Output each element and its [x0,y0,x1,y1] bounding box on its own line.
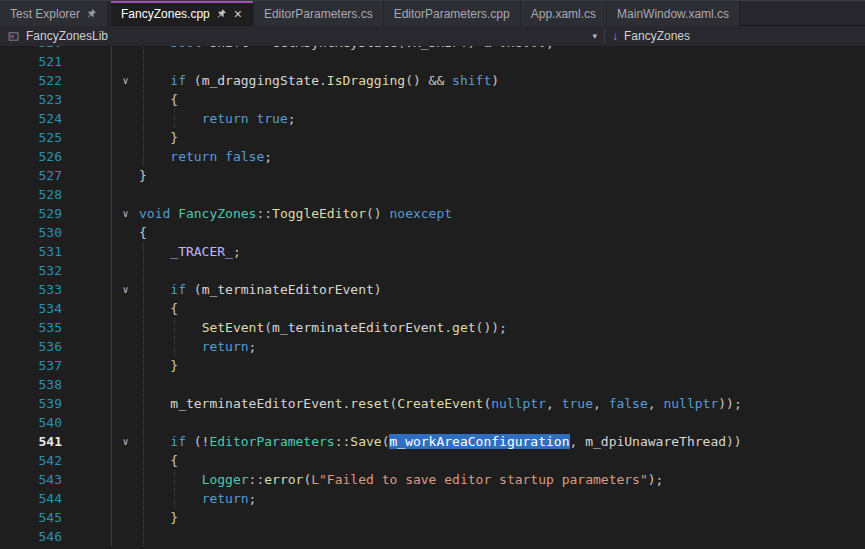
glyph-margin[interactable] [62,413,112,432]
line-number[interactable]: 539 [0,394,62,413]
glyph-margin[interactable] [62,470,112,489]
glyph-margin[interactable] [62,375,112,394]
line-number[interactable]: 528 [0,185,62,204]
glyph-margin[interactable] [62,90,112,109]
line-number[interactable]: 546 [0,527,62,546]
line-number[interactable]: 541 [0,432,62,451]
fold-chevron-icon[interactable]: ∨ [112,432,139,451]
code-text[interactable]: if (m_draggingState.IsDragging() && shif… [139,71,865,90]
glyph-margin[interactable] [62,451,112,470]
glyph-margin[interactable] [62,204,112,223]
tab-test-explorer[interactable]: Test Explorer [0,1,108,26]
glyph-margin[interactable] [62,147,112,166]
code-text[interactable] [139,185,865,204]
glyph-margin[interactable] [62,128,112,147]
pin-icon[interactable] [86,8,97,19]
glyph-margin[interactable] [62,166,112,185]
project-dropdown[interactable]: FancyZonesLib ▾ [0,26,604,46]
line-number[interactable]: 540 [0,413,62,432]
tab-mainwindow-xaml-cs[interactable]: MainWindow.xaml.cs [607,1,740,26]
code-text[interactable]: return; [139,489,865,508]
code-text[interactable]: { [139,451,865,470]
line-number[interactable]: 523 [0,90,62,109]
line-number[interactable]: 521 [0,52,62,71]
code-text[interactable]: return; [139,337,865,356]
code-text[interactable] [139,375,865,394]
code-text[interactable] [139,261,865,280]
line-number[interactable]: 536 [0,337,62,356]
line-number[interactable]: 535 [0,318,62,337]
line-number[interactable]: 542 [0,451,62,470]
code-text[interactable]: return false; [139,147,865,166]
line-number[interactable]: 543 [0,470,62,489]
line-number[interactable]: 538 [0,375,62,394]
tab-editorparameters-cs[interactable]: EditorParameters.cs [254,1,384,26]
close-icon[interactable]: × [233,7,243,21]
glyph-margin[interactable] [62,52,112,71]
glyph-margin[interactable] [62,71,112,90]
member-dropdown[interactable]: ↓ FancyZones [605,26,697,46]
tab-fancyzones-cpp[interactable]: FancyZones.cpp× [111,1,254,26]
pin-icon[interactable] [216,8,227,19]
token: ; [264,149,272,164]
glyph-margin[interactable] [62,394,112,413]
code-text[interactable]: m_terminateEditorEvent.reset(CreateEvent… [139,394,865,413]
code-editor[interactable]: 520 bool shift = GetAsyncKeyState(VK_SHI… [0,46,865,549]
line-number[interactable]: 522 [0,71,62,90]
glyph-margin[interactable] [62,356,112,375]
code-text[interactable]: } [139,508,865,527]
code-text[interactable]: void FancyZones::ToggleEditor() noexcept [139,204,865,223]
glyph-margin[interactable] [62,318,112,337]
tab-app-xaml-cs[interactable]: App.xaml.cs [521,1,607,26]
glyph-margin[interactable] [62,432,112,451]
line-number[interactable]: 545 [0,508,62,527]
line-number[interactable]: 526 [0,147,62,166]
code-text[interactable] [139,527,865,546]
line-number[interactable]: 532 [0,261,62,280]
code-text[interactable]: } [139,356,865,375]
code-text[interactable]: _TRACER_; [139,242,865,261]
line-number[interactable]: 529 [0,204,62,223]
glyph-margin[interactable] [62,527,112,546]
glyph-margin[interactable] [62,508,112,527]
glyph-margin[interactable] [62,261,112,280]
glyph-margin[interactable] [62,185,112,204]
code-text[interactable]: if (!EditorParameters::Save(m_workAreaCo… [139,432,865,451]
line-number[interactable]: 527 [0,166,62,185]
line-number[interactable]: 544 [0,489,62,508]
code-text[interactable]: } [139,128,865,147]
code-text[interactable]: Logger::error(L"Failed to save editor st… [139,470,865,489]
glyph-margin[interactable] [62,223,112,242]
editor-window: Test ExplorerFancyZones.cpp×EditorParame… [0,0,865,549]
line-number[interactable]: 534 [0,299,62,318]
glyph-margin[interactable] [62,242,112,261]
line-number[interactable]: 531 [0,242,62,261]
code-text[interactable]: } [139,166,865,185]
fold-chevron-icon[interactable]: ∨ [112,204,139,223]
code-text[interactable]: { [139,223,865,242]
glyph-margin[interactable] [62,337,112,356]
line-number[interactable]: 524 [0,109,62,128]
glyph-margin[interactable] [62,280,112,299]
tab-editorparameters-cpp[interactable]: EditorParameters.cpp [384,1,521,26]
fold-chevron-icon[interactable]: ∨ [112,280,139,299]
token: return [202,111,249,126]
line-number[interactable]: 530 [0,223,62,242]
indent-guide [143,432,144,451]
glyph-margin[interactable] [62,299,112,318]
code-text[interactable] [139,413,865,432]
code-text[interactable]: SetEvent(m_terminateEditorEvent.get()); [139,318,865,337]
code-text[interactable]: { [139,90,865,109]
code-text[interactable] [139,52,865,71]
project-name: FancyZonesLib [26,29,108,43]
line-number[interactable]: 537 [0,356,62,375]
glyph-margin[interactable] [62,109,112,128]
code-text[interactable]: if (m_terminateEditorEvent) [139,280,865,299]
code-text[interactable]: return true; [139,109,865,128]
glyph-margin[interactable] [62,489,112,508]
code-line: 543 Logger::error(L"Failed to save edito… [0,470,865,489]
line-number[interactable]: 533 [0,280,62,299]
line-number[interactable]: 525 [0,128,62,147]
code-text[interactable]: { [139,299,865,318]
fold-chevron-icon[interactable]: ∨ [112,71,139,90]
